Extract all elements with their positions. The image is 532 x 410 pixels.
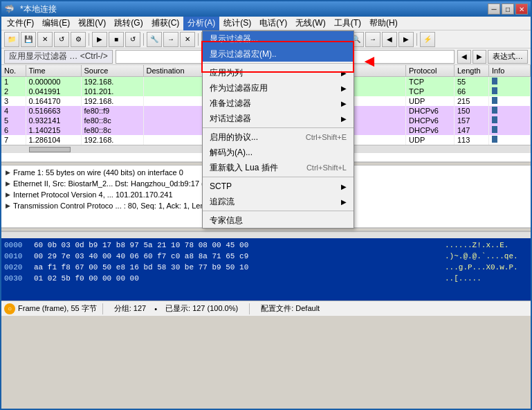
- detail-text-4: Transmission Control Protoco ... : 80, S…: [13, 202, 205, 210]
- status-bar: ○ Frame (frame), 55 字节 分组: 127 • 已显示: 12…: [1, 301, 531, 316]
- menu-item-prepare-filter[interactable]: 准备过滤器 ▶: [203, 96, 354, 111]
- menu-item-apply-as-column[interactable]: 应用为列 ▶: [203, 65, 354, 80]
- toolbar-expert[interactable]: ⚡: [420, 32, 435, 47]
- app-icon: 🦈: [4, 4, 15, 14]
- submenu-arrow: ▶: [341, 69, 347, 77]
- toolbar-filter-edit[interactable]: 🔧: [147, 32, 162, 47]
- menu-item-apply-as-filter[interactable]: 作为过滤器应用 ▶: [203, 80, 354, 96]
- detail-triangle-4: ▶: [6, 202, 10, 209]
- submenu-arrow-4: ▶: [341, 115, 347, 123]
- menu-item-decode-as[interactable]: 解码为(A)...: [203, 145, 354, 160]
- col-time: Time: [26, 65, 81, 77]
- menu-item-follow-stream[interactable]: 追踪流 ▶: [203, 194, 354, 209]
- hex-row: 000060 0b 03 0d b9 17 b8 97 5a 21 10 78 …: [4, 240, 528, 251]
- toolbar-next[interactable]: ▶: [398, 32, 414, 47]
- menu-analysis[interactable]: 分析(A): [183, 17, 219, 30]
- toolbar-sep2: [143, 33, 144, 46]
- status-profile: 配置文件: Default: [255, 303, 325, 314]
- detail-text-2: Ethernet II, Src: BiostarM_2... Dst: Han…: [13, 179, 210, 188]
- minimize-button[interactable]: ─: [488, 3, 500, 15]
- col-info: Info: [489, 65, 531, 77]
- menu-stats[interactable]: 统计(S): [219, 17, 255, 30]
- toolbar-prev[interactable]: ◀: [382, 32, 397, 47]
- status-displayed: 已显示: 127 (100.0%): [160, 303, 244, 314]
- hex-row: 0020aa f1 f8 67 00 50 e8 16 bd 58 30 be …: [4, 262, 528, 273]
- toolbar-sep1: [89, 33, 89, 46]
- filter-controls: ◀ ▶ 表达式…: [457, 50, 528, 64]
- toolbar-restart[interactable]: ↺: [125, 32, 140, 47]
- toolbar-reload[interactable]: ↺: [54, 32, 69, 47]
- menu-help[interactable]: 帮助(H): [365, 17, 402, 30]
- menu-item-conversation-filter[interactable]: 对话过滤器 ▶: [203, 111, 354, 126]
- col-no: No.: [1, 65, 26, 77]
- submenu-arrow-5: ▶: [341, 183, 347, 190]
- toolbar-filter-apply[interactable]: →: [163, 32, 178, 47]
- submenu-arrow-2: ▶: [341, 84, 347, 92]
- toolbar-stop[interactable]: ■: [109, 32, 124, 47]
- col-proto: Protocol: [406, 65, 455, 77]
- detail-text-1: Frame 1: 55 bytes on wire (440 bits) on …: [13, 168, 183, 177]
- dropdown-sep-1: [203, 63, 354, 64]
- analysis-dropdown: 显示过滤器... 显示过滤器宏(M).. 应用为列 ▶ 作为过滤器应用 ▶ 准备…: [202, 30, 354, 229]
- toolbar-goto[interactable]: →: [365, 32, 380, 47]
- toolbar-sep3: [198, 33, 199, 46]
- col-source: Source: [81, 65, 143, 77]
- status-div1: [102, 303, 103, 314]
- toolbar-save[interactable]: 💾: [21, 32, 36, 47]
- detail-triangle-1: ▶: [6, 169, 10, 176]
- dropdown-sep-3: [203, 177, 354, 177]
- hex-row: 001000 29 7e 03 40 00 40 06 60 f7 c0 a8 …: [4, 251, 528, 262]
- menu-item-show-filter-macro[interactable]: 显示过滤器宏(M)..: [203, 46, 354, 62]
- menu-file[interactable]: 文件(F): [3, 17, 38, 30]
- submenu-arrow-3: ▶: [341, 100, 347, 107]
- status-frame-info: Frame (frame), 55 字节: [18, 303, 97, 314]
- menu-bar: 文件(F) 编辑(E) 视图(V) 跳转(G) 捕获(C) 分析(A) 统计(S…: [1, 17, 531, 30]
- detail-triangle-3: ▶: [6, 191, 10, 198]
- bottom-scroll[interactable]: [1, 231, 531, 238]
- filter-label: 应用显示过滤器 … <Ctrl-/>: [4, 50, 113, 64]
- menu-view[interactable]: 视图(V): [74, 17, 110, 30]
- submenu-arrow-6: ▶: [341, 198, 347, 206]
- window-title: *本地连接: [17, 3, 488, 15]
- col-len: Length: [455, 65, 489, 77]
- title-bar: 🦈 *本地连接 ─ □ ✕: [1, 1, 531, 17]
- main-window: 🦈 *本地连接 ─ □ ✕ 文件(F) 编辑(E) 视图(V) 跳转(G) 捕获…: [0, 0, 532, 410]
- menu-tools[interactable]: 工具(T): [330, 17, 365, 30]
- filter-next-button[interactable]: ▶: [473, 50, 486, 64]
- menu-capture[interactable]: 捕获(C): [147, 17, 184, 30]
- detail-triangle-2: ▶: [6, 180, 10, 187]
- menu-edit[interactable]: 编辑(E): [38, 17, 74, 30]
- menu-item-sctp[interactable]: SCTP ▶: [203, 179, 354, 194]
- menu-item-expert-info[interactable]: 专家信息: [203, 213, 354, 228]
- hex-row: 003001 02 5b f0 00 00 00 00..[.....: [4, 273, 528, 284]
- maximize-button[interactable]: □: [502, 3, 514, 15]
- toolbar-options[interactable]: ⚙: [71, 32, 86, 47]
- status-packets: 分组: 127: [109, 303, 152, 314]
- menu-item-reload-lua[interactable]: 重新载入 Lua 插件 Ctrl+Shift+L: [203, 160, 354, 175]
- menu-item-show-filter[interactable]: 显示过滤器...: [203, 31, 354, 46]
- toolbar-start[interactable]: ▶: [92, 32, 107, 47]
- menu-jump[interactable]: 跳转(G): [110, 17, 147, 30]
- filter-prev-button[interactable]: ◀: [457, 50, 471, 64]
- close-button[interactable]: ✕: [515, 3, 528, 15]
- dropdown-sep-2: [203, 127, 354, 128]
- detail-text-3: Internet Protocol Version 4, ... 101.201…: [13, 190, 173, 199]
- hex-view: 000060 0b 03 0d b9 17 b8 97 5a 21 10 78 …: [1, 238, 531, 301]
- menu-item-enabled-protocols[interactable]: 启用的协议... Ctrl+Shift+E: [203, 130, 354, 145]
- menu-phone[interactable]: 电话(Y): [255, 17, 291, 30]
- expression-button[interactable]: 表达式…: [488, 50, 528, 64]
- title-bar-buttons: ─ □ ✕: [488, 3, 528, 15]
- status-icon: ○: [4, 303, 15, 314]
- toolbar-filter-clear[interactable]: ✕: [180, 32, 195, 47]
- toolbar-close[interactable]: ✕: [37, 32, 53, 47]
- toolbar-sep7: [416, 33, 417, 46]
- status-div2: [249, 303, 250, 314]
- dropdown-sep-4: [203, 211, 354, 211]
- toolbar-open[interactable]: 📁: [4, 32, 19, 47]
- menu-wireless[interactable]: 无线(W): [291, 17, 329, 30]
